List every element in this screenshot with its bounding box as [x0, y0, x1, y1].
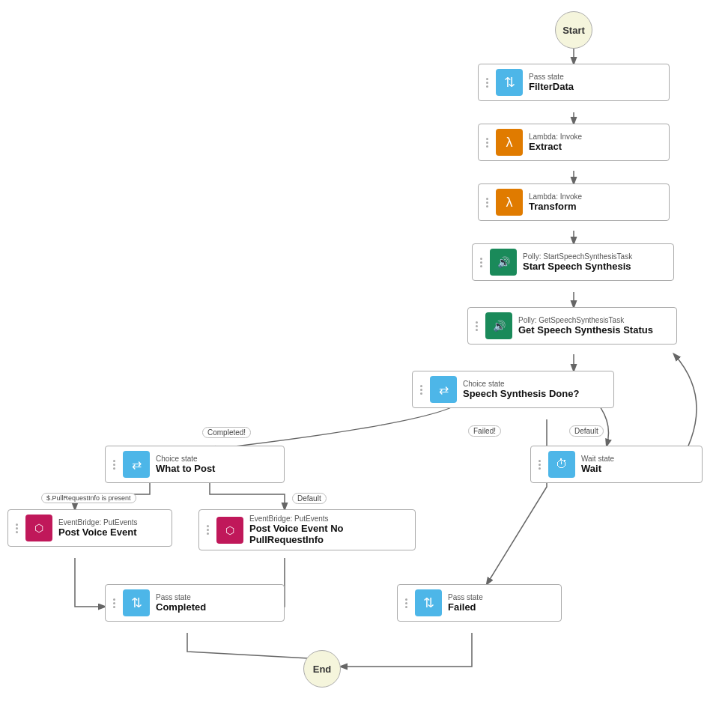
wait-type: Wait state — [581, 455, 614, 463]
drag-handle — [113, 460, 115, 470]
what-to-post-type: Choice state — [156, 455, 215, 463]
speech-done-type: Choice state — [463, 380, 579, 388]
drag-handle — [16, 524, 18, 533]
transform-type: Lambda: Invoke — [529, 192, 582, 201]
polly-icon: 🔊 — [490, 249, 517, 276]
drag-handle — [207, 525, 209, 535]
wait-name: Wait — [581, 463, 614, 474]
drag-handle — [486, 198, 488, 207]
what-to-post-name: What to Post — [156, 463, 215, 474]
post-voice-no-node[interactable]: ⬡ EventBridge: PutEvents Post Voice Even… — [198, 509, 416, 550]
transform-node[interactable]: λ Lambda: Invoke Transform — [478, 183, 670, 221]
pass-icon: ⇅ — [496, 69, 523, 96]
transform-name: Transform — [529, 201, 582, 212]
end-node[interactable]: End — [303, 650, 341, 688]
pass-icon2: ⇅ — [123, 589, 150, 616]
failed-node[interactable]: ⇅ Pass state Failed — [397, 584, 562, 622]
what-to-post-node[interactable]: ⇄ Choice state What to Post — [105, 446, 285, 483]
end-label: End — [313, 664, 332, 675]
completed-badge: Completed! — [202, 427, 251, 438]
eventbridge-icon2: ⬡ — [216, 517, 243, 544]
wait-icon: ⏱ — [548, 451, 575, 478]
drag-handle — [420, 385, 422, 395]
drag-handle — [480, 258, 482, 267]
post-voice-no-type: EventBridge: PutEvents — [249, 515, 407, 523]
drag-handle — [539, 460, 541, 470]
start-speech-node[interactable]: 🔊 Polly: StartSpeechSynthesisTask Start … — [472, 243, 674, 281]
drag-handle — [113, 598, 115, 608]
post-voice-name: Post Voice Event — [58, 526, 138, 538]
eventbridge-icon: ⬡ — [25, 515, 52, 541]
pullrequest-badge: $.PullRequestInfo is present — [41, 493, 136, 503]
extract-name: Extract — [529, 141, 582, 152]
extract-node[interactable]: λ Lambda: Invoke Extract — [478, 124, 670, 161]
filterdata-type: Pass state — [529, 73, 574, 81]
get-speech-name: Get Speech Synthesis Status — [518, 324, 653, 336]
get-speech-type: Polly: GetSpeechSynthesisTask — [518, 316, 653, 324]
extract-type: Lambda: Invoke — [529, 133, 582, 141]
choice-icon2: ⇄ — [123, 451, 150, 478]
post-voice-node[interactable]: ⬡ EventBridge: PutEvents Post Voice Even… — [7, 509, 172, 547]
lambda-icon2: λ — [496, 189, 523, 216]
failed-type: Pass state — [448, 593, 483, 601]
completed-name: Completed — [156, 601, 206, 613]
drag-handle — [486, 78, 488, 88]
pass-icon3: ⇅ — [415, 589, 442, 616]
completed-node[interactable]: ⇅ Pass state Completed — [105, 584, 285, 622]
post-voice-no-name: Post Voice Event No PullRequestInfo — [249, 523, 407, 545]
post-voice-type: EventBridge: PutEvents — [58, 518, 138, 526]
drag-handle — [405, 598, 407, 608]
failed-badge: Failed! — [468, 425, 501, 437]
speech-done-node[interactable]: ⇄ Choice state Speech Synthesis Done? — [412, 371, 614, 408]
start-speech-name: Start Speech Synthesis — [523, 261, 632, 272]
speech-done-name: Speech Synthesis Done? — [463, 388, 579, 399]
drag-handle — [486, 138, 488, 148]
filterdata-text: Pass state FilterData — [529, 73, 574, 92]
get-speech-node[interactable]: 🔊 Polly: GetSpeechSynthesisTask Get Spee… — [467, 307, 677, 345]
start-speech-type: Polly: StartSpeechSynthesisTask — [523, 252, 632, 261]
start-label: Start — [562, 25, 585, 36]
choice-icon: ⇄ — [430, 376, 457, 403]
wait-node[interactable]: ⏱ Wait state Wait — [530, 446, 703, 483]
drag-handle — [476, 321, 478, 331]
lambda-icon: λ — [496, 129, 523, 156]
completed-type: Pass state — [156, 593, 206, 601]
polly-icon2: 🔊 — [485, 312, 512, 339]
failed-name: Failed — [448, 601, 483, 613]
default1-badge: Default — [569, 425, 604, 437]
start-node[interactable]: Start — [555, 11, 592, 49]
workflow-canvas: Start ⇅ Pass state FilterData λ Lambda: … — [0, 0, 728, 701]
filterdata-name: FilterData — [529, 81, 574, 92]
default2-badge: Default — [292, 493, 327, 504]
filterdata-node[interactable]: ⇅ Pass state FilterData — [478, 64, 670, 101]
